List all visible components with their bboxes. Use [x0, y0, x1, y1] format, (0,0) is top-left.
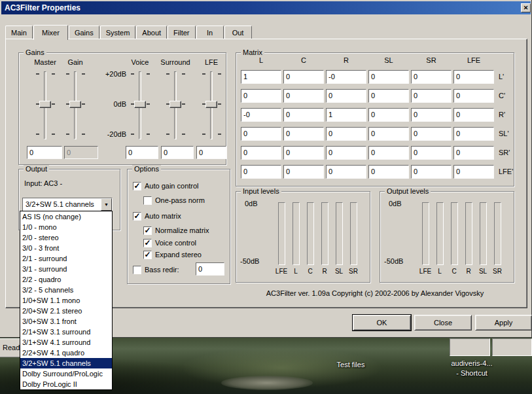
titlebar[interactable]: AC3Filter Properties ✕ [1, 1, 531, 14]
tab-main[interactable]: Main [5, 26, 33, 39]
matrix-cell-r-sr[interactable]: 0 [411, 108, 452, 122]
slider-thumb-gain[interactable] [69, 101, 81, 108]
apply-button[interactable]: Apply [475, 315, 532, 331]
matrix-cell-c-l[interactable]: 0 [241, 89, 281, 103]
gain-value-master[interactable]: 0 [27, 146, 62, 159]
dropdown-item-dolby-prologic-ii[interactable]: Dolby ProLogic II [20, 379, 112, 389]
matrix-cell-r-lfe[interactable]: 0 [453, 108, 494, 122]
checkbox-box[interactable]: ✓ [143, 226, 152, 235]
dropdown-item-1-0-sw-1-1-mono[interactable]: 1/0+SW 1.1 mono [20, 295, 112, 306]
desktop-icon-test-files[interactable]: Test files [318, 361, 383, 368]
matrix-cell-lfe-l[interactable]: 0 [241, 165, 281, 179]
slider-tick [82, 103, 85, 105]
dropdown-item-1-0-mono[interactable]: 1/0 - mono [20, 222, 112, 232]
matrix-cell-sr-sr[interactable]: 0 [411, 146, 452, 160]
checkbox-box[interactable] [143, 196, 152, 205]
output-combobox[interactable]: 3/2+SW 5.1 channels ▼ [22, 198, 113, 211]
matrix-cell-sl-c[interactable]: 0 [283, 127, 324, 141]
matrix-cell-r-r[interactable]: 1 [326, 108, 366, 122]
matrix-cell-sl-l[interactable]: 0 [241, 127, 281, 141]
matrix-cell-sl-sr[interactable]: 0 [411, 127, 452, 141]
matrix-cell-lfe-r[interactable]: 0 [326, 165, 366, 179]
checkbox-box[interactable]: ✓ [143, 239, 152, 247]
matrix-cell-c-sr[interactable]: 0 [411, 89, 452, 103]
matrix-cell-c-sl[interactable]: 0 [368, 89, 409, 103]
gain-value-surround[interactable]: 0 [161, 146, 194, 159]
dropdown-item-2-1-surround[interactable]: 2/1 - surround [20, 253, 112, 264]
dropdown-item-2-0-sw-2-1-stereo[interactable]: 2/0+SW 2.1 stereo [20, 306, 112, 316]
checkbox-bass-redir[interactable]: Bass redir: [133, 265, 179, 274]
matrix-cell-lfe-sl[interactable]: 0 [368, 165, 409, 179]
tab-about[interactable]: About [136, 26, 167, 39]
checkbox-auto-matrix[interactable]: ✓Auto matrix [133, 211, 181, 221]
matrix-cell-r-l[interactable]: -0 [241, 108, 281, 122]
gain-value-gain[interactable]: 0 [64, 146, 98, 159]
tab-gains[interactable]: Gains [69, 26, 99, 39]
checkbox-voice-control[interactable]: ✓Voice control [143, 238, 196, 247]
dropdown-item-2-2-quadro[interactable]: 2/2 - quadro [20, 274, 112, 285]
meter-channel-label-sr: SR [490, 268, 505, 275]
slider-thumb-lfe[interactable] [205, 101, 217, 108]
slider-tick [52, 103, 55, 105]
matrix-cell-sr-l[interactable]: 0 [241, 146, 281, 160]
dropdown-item-3-2-sw-5-1-channels[interactable]: 3/2+SW 5.1 channels [20, 358, 112, 368]
matrix-cell-c-r[interactable]: 0 [326, 89, 366, 103]
gain-value-lfe[interactable]: 0 [196, 146, 226, 159]
checkbox-box[interactable]: ✓ [133, 212, 141, 221]
tab-mixer[interactable]: Mixer [33, 25, 68, 40]
matrix-cell-sl-sl[interactable]: 0 [368, 127, 409, 141]
slider-thumb-voice[interactable] [134, 101, 146, 108]
bass-redir-input[interactable]: 0 [196, 262, 224, 276]
tab-in[interactable]: In [196, 26, 224, 39]
matrix-cell-lfe-lfe[interactable]: 0 [453, 165, 494, 179]
dropdown-item-2-1-sw-3-1-surround[interactable]: 2/1+SW 3.1 surround [20, 327, 112, 337]
checkbox-box[interactable]: ✓ [133, 182, 141, 190]
slider-tick [218, 73, 221, 75]
desktop-icon-audiveris[interactable]: audiveris-4... - Shortcut [436, 359, 508, 378]
matrix-cell-sr-r[interactable]: 0 [326, 146, 366, 160]
matrix-cell-sr-sl[interactable]: 0 [368, 146, 409, 160]
matrix-cell-sl-lfe[interactable]: 0 [453, 127, 494, 141]
dropdown-item-2-2-sw-4-1-quadro[interactable]: 2/2+SW 4.1 quadro [20, 348, 112, 358]
matrix-cell-c-c[interactable]: 0 [283, 89, 324, 103]
matrix-cell-lfe-c[interactable]: 0 [283, 165, 324, 179]
matrix-cell-r-c[interactable]: 0 [283, 108, 324, 122]
matrix-cell-l-lfe[interactable]: 0 [453, 70, 494, 84]
tab-system[interactable]: System [100, 26, 136, 39]
checkbox-normalize-matrix[interactable]: ✓Normalize matrix [143, 226, 209, 235]
dropdown-item-3-1-sw-4-1-surround[interactable]: 3/1+SW 4.1 surround [20, 337, 112, 348]
slider-tick [82, 73, 85, 75]
dropdown-item-3-1-surround[interactable]: 3/1 - surround [20, 264, 112, 274]
matrix-cell-l-c[interactable]: 0 [283, 70, 324, 84]
combobox-dropdown-button[interactable]: ▼ [101, 198, 112, 211]
checkbox-expand-stereo[interactable]: ✓Expand stereo [143, 250, 202, 259]
matrix-cell-l-l[interactable]: 1 [241, 70, 281, 84]
tab-filter[interactable]: Filter [168, 26, 195, 39]
gain-value-voice[interactable]: 0 [126, 146, 158, 159]
matrix-cell-lfe-sr[interactable]: 0 [411, 165, 452, 179]
dropdown-item-3-0-3-front[interactable]: 3/0 - 3 front [20, 243, 112, 253]
checkbox-one-pass-norm[interactable]: One-pass norm [143, 196, 205, 205]
dropdown-item-3-0-sw-3-1-front[interactable]: 3/0+SW 3.1 front [20, 316, 112, 327]
matrix-cell-r-sl[interactable]: 0 [368, 108, 409, 122]
close-button[interactable]: Close [414, 315, 472, 331]
ok-button[interactable]: OK [353, 315, 411, 331]
dropdown-item-2-0-stereo[interactable]: 2/0 - stereo [20, 232, 112, 243]
slider-thumb-surround[interactable] [169, 101, 181, 108]
matrix-cell-sl-r[interactable]: 0 [326, 127, 366, 141]
titlebar-close-button[interactable]: ✕ [521, 3, 531, 12]
checkbox-box[interactable]: ✓ [143, 251, 152, 259]
tab-out[interactable]: Out [224, 26, 252, 39]
matrix-cell-l-sr[interactable]: 0 [411, 70, 452, 84]
dropdown-item-dolby-surround-prologic[interactable]: Dolby Surround/ProLogic [20, 368, 112, 379]
dropdown-item-as-is-no-change[interactable]: AS IS (no change) [20, 211, 112, 222]
matrix-cell-sr-c[interactable]: 0 [283, 146, 324, 160]
dropdown-item-3-2-5-channels[interactable]: 3/2 - 5 channels [20, 285, 112, 295]
slider-thumb-master[interactable] [39, 101, 51, 108]
matrix-cell-c-lfe[interactable]: 0 [453, 89, 494, 103]
matrix-cell-l-r[interactable]: -0 [326, 70, 366, 84]
checkbox-box[interactable] [133, 266, 141, 274]
matrix-cell-l-sl[interactable]: 0 [368, 70, 409, 84]
checkbox-auto-gain-control[interactable]: ✓Auto gain control [133, 181, 199, 190]
matrix-cell-sr-lfe[interactable]: 0 [453, 146, 494, 160]
